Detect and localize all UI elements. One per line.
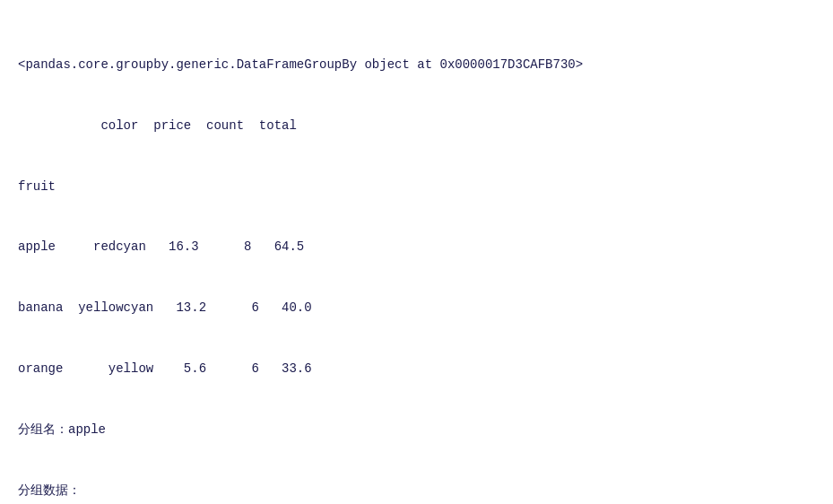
line-4: apple redcyan 16.3 8 64.5: [18, 237, 815, 257]
line-6: orange yellow 5.6 6 33.6: [18, 359, 815, 379]
output-block: <pandas.core.groupby.generic.DataFrameGr…: [18, 14, 815, 504]
line-3: fruit: [18, 177, 815, 197]
line-8: 分组数据：: [18, 481, 815, 501]
line-7: 分组名：apple: [18, 420, 815, 440]
line-5: banana yellowcyan 13.2 6 40.0: [18, 298, 815, 318]
line-2: color price count total: [18, 116, 815, 136]
line-1: <pandas.core.groupby.generic.DataFrameGr…: [18, 55, 815, 75]
